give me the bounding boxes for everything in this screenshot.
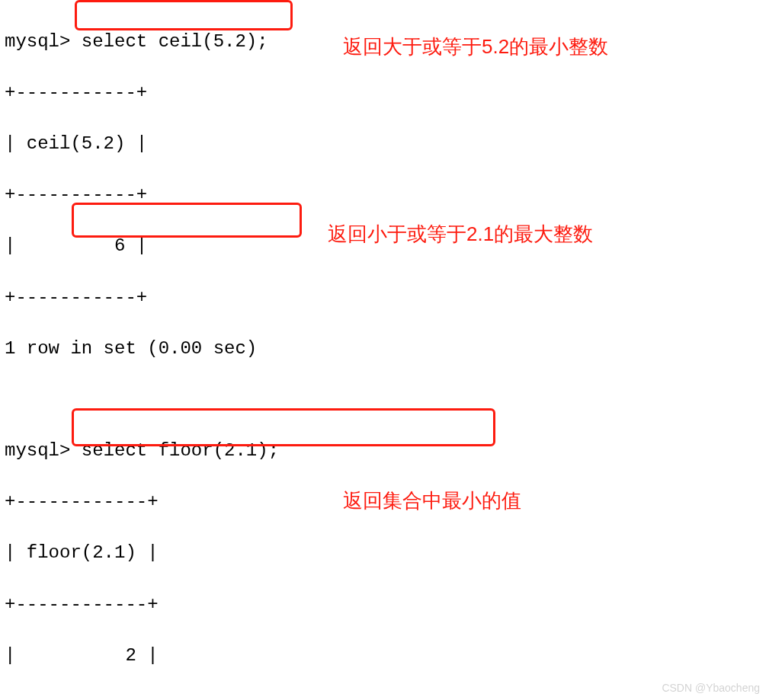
q1-border-mid: +-----------+ [5, 182, 769, 208]
terminal-output: mysql> select ceil(5.2); +-----------+ |… [0, 0, 769, 700]
q2-header: | floor(2.1) | [5, 540, 769, 566]
q1-status: 1 row in set (0.00 sec) [5, 336, 769, 362]
annotation-q3: 返回集合中最小的值 [343, 487, 521, 514]
q2-border-bot: +------------+ [5, 694, 769, 700]
q1-header: | ceil(5.2) | [5, 131, 769, 157]
blank-line [5, 387, 769, 413]
mysql-prompt: mysql> [5, 31, 70, 52]
mysql-prompt: mysql> [5, 440, 70, 461]
q1-border-bot: +-----------+ [5, 285, 769, 311]
annotation-q1: 返回大于或等于5.2的最小整数 [343, 34, 608, 60]
query1-command: select ceil(5.2); [70, 31, 268, 52]
watermark-text: CSDN @Ybaocheng [662, 682, 760, 694]
q2-value-row: | 2 | [5, 643, 769, 669]
q1-border-top: +-----------+ [5, 80, 769, 106]
annotation-q2: 返回小于或等于2.1的最大整数 [328, 221, 593, 248]
q2-border-mid: +------------+ [5, 592, 769, 618]
query2-command: select floor(2.1); [70, 440, 279, 461]
